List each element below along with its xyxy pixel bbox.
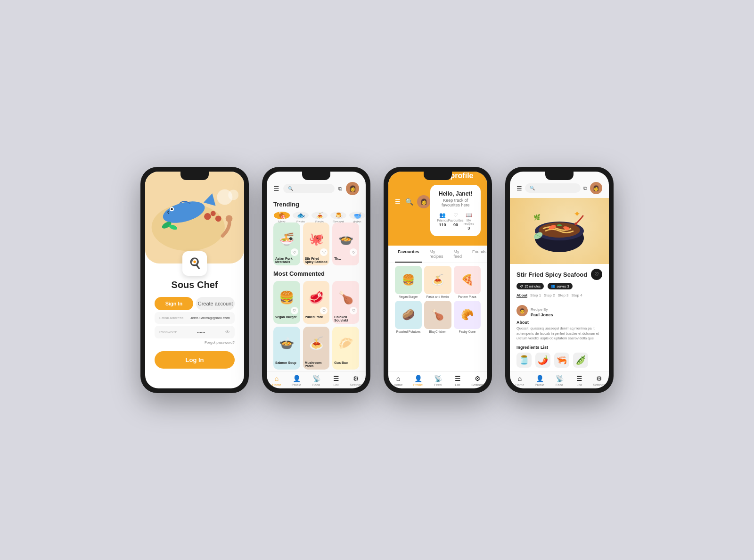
fav-paneer-pizza[interactable]: 🍕 bbox=[454, 266, 481, 294]
nav-home-2[interactable]: ⌂ Home bbox=[267, 375, 287, 387]
category-tabs: 🍖 Meat 🐟 Pasta 🍝 Pasta 🍮 Dessert 🥣 bbox=[267, 212, 366, 222]
user-avatar-3[interactable]: 👩 bbox=[417, 195, 430, 208]
notch-2 bbox=[302, 172, 330, 180]
cat-tab-dessert[interactable]: 🍮 Dessert bbox=[330, 212, 347, 219]
email-field[interactable]: Email Address: John.Smith@gmail.com bbox=[155, 312, 235, 324]
feed-icon-3: 📡 bbox=[434, 375, 442, 382]
email-label: Email Address: bbox=[159, 316, 184, 320]
tab-my-recipes[interactable]: My recipes bbox=[427, 246, 446, 263]
heart-btn-4[interactable]: ♡ bbox=[291, 307, 298, 314]
sign-in-tab[interactable]: Sign In bbox=[155, 297, 193, 310]
recipe-card-gua-bao[interactable]: 🥟 Gua Bao bbox=[332, 327, 359, 370]
recipe-title-gua-bao: Gua Bao bbox=[332, 360, 359, 366]
log-in-button[interactable]: Log In bbox=[155, 351, 235, 369]
nav-settings-3[interactable]: ⚙ Settings bbox=[467, 375, 487, 387]
cat-tab-meat[interactable]: 🍖 Meat bbox=[273, 212, 290, 219]
nav-home-label-4: Home bbox=[516, 383, 525, 387]
nav-feed-label-2: Feed bbox=[312, 383, 320, 387]
menu-icon-3[interactable]: ☰ bbox=[395, 198, 401, 205]
profile-tabs: Favourites My recipes My feed Friends bbox=[388, 246, 487, 263]
search-bar-4[interactable]: 🔍 bbox=[525, 183, 581, 193]
recipe-card-mushroom[interactable]: 🍝 Mushroom Pasta bbox=[303, 327, 330, 370]
nav-list-4[interactable]: ☰ List bbox=[569, 375, 589, 387]
nav-profile-3[interactable]: 👤 Profile bbox=[408, 375, 428, 387]
fav-bbq-chicken[interactable]: 🍗 bbox=[424, 301, 451, 329]
heart-btn-6[interactable]: ♡ bbox=[350, 307, 357, 314]
search-icon-3[interactable]: 🔍 bbox=[405, 198, 413, 206]
cat-tab-asian[interactable]: 🥣 Asian bbox=[349, 212, 366, 219]
nav-feed-2[interactable]: 📡 Feed bbox=[306, 375, 326, 387]
nav-home-4[interactable]: ⌂ Home bbox=[510, 375, 530, 387]
cat-tab-fish[interactable]: 🐟 Pasta bbox=[292, 212, 309, 219]
recipe-card-vegan-burger[interactable]: 🍔 Vegan Burger ♡ bbox=[273, 281, 300, 324]
user-avatar[interactable]: 👩 bbox=[346, 182, 359, 195]
nav-settings-2[interactable]: ⚙ Settings bbox=[346, 375, 366, 387]
step-about[interactable]: About bbox=[516, 293, 527, 298]
step-4[interactable]: Step 4 bbox=[572, 293, 582, 298]
search-icon-4: 🔍 bbox=[530, 186, 535, 190]
search-bar[interactable]: 🔍 bbox=[283, 184, 335, 193]
create-account-tab[interactable]: Create account bbox=[196, 297, 235, 310]
fav-label-3: Paneer Pizza bbox=[454, 295, 481, 298]
app-name: Sous Chef bbox=[172, 280, 218, 290]
recipe-title-vegan-burger: Vegan Burger bbox=[273, 314, 300, 321]
fav-vegan-burger[interactable]: 🍔 bbox=[395, 266, 422, 294]
nav-feed-4[interactable]: 📡 Feed bbox=[549, 375, 569, 387]
author-name: Paul Jones bbox=[531, 313, 553, 317]
recipe-card-pulled-pork[interactable]: 🥩 Pulled Pork ♡ bbox=[303, 281, 330, 324]
step-2[interactable]: Step 2 bbox=[544, 293, 555, 298]
ingredient-peas: 🫛 bbox=[573, 353, 588, 368]
show-password-icon[interactable]: 👁 bbox=[225, 329, 230, 335]
home-icon: ⌂ bbox=[275, 375, 279, 382]
favourites-section: 🍔 🍝 🍕 Vegan Burger Pasta and Herbs Panee… bbox=[388, 263, 487, 336]
recipe-title-asian-pork: Asian Pork Meatballs bbox=[273, 255, 300, 265]
nav-feed-label-4: Feed bbox=[556, 383, 563, 387]
heart-btn-3[interactable]: ♡ bbox=[350, 248, 357, 256]
ingredient-shrimp: 🦐 bbox=[554, 353, 569, 368]
nav-list-label-4: List bbox=[577, 383, 582, 387]
recipe-card-salmon[interactable]: 🍲 Salmon Soup bbox=[273, 327, 300, 370]
nav-feed-3[interactable]: 📡 Feed bbox=[428, 375, 448, 387]
feed-icon-4: 📡 bbox=[556, 375, 564, 382]
recipe-img-mushroom: 🍝 bbox=[303, 327, 330, 360]
nav-profile-4[interactable]: 👤 Profile bbox=[530, 375, 549, 387]
nav-settings-4[interactable]: ⚙ Settings bbox=[589, 375, 609, 387]
favourites-label: Favourites bbox=[448, 219, 464, 222]
seafood-illustration: ✦ 🌿 bbox=[529, 203, 590, 259]
recipe-card-seafood[interactable]: 🐙 Stir Fried Spicy Seafood ♡ bbox=[303, 222, 330, 265]
filter-icon[interactable]: ⧉ bbox=[338, 186, 342, 192]
recipe-detail: Stir Fried Spicy Seafood ♡ ⏱ 15 minutes … bbox=[510, 264, 609, 371]
filter-icon-4[interactable]: ⧉ bbox=[583, 185, 587, 191]
tab-my-feed[interactable]: My feed bbox=[451, 246, 465, 263]
menu-icon-4[interactable]: ☰ bbox=[516, 185, 522, 192]
tab-friends[interactable]: Friends bbox=[469, 246, 487, 263]
step-3[interactable]: Step 3 bbox=[557, 293, 568, 298]
user-avatar-4[interactable]: 👩 bbox=[590, 182, 602, 194]
svg-text:✦: ✦ bbox=[574, 209, 581, 219]
recipe-card-asian-pork[interactable]: 🍜 Asian Pork Meatballs ♡ bbox=[273, 222, 300, 265]
recipe-card-third[interactable]: 🍲 Th... ♡ bbox=[332, 222, 359, 265]
svg-point-23 bbox=[574, 222, 577, 225]
fav-pastry-cone[interactable]: 🥐 bbox=[454, 301, 481, 329]
svg-point-8 bbox=[215, 215, 221, 222]
password-field[interactable]: Password: •••••• 👁 bbox=[155, 326, 235, 338]
fav-pasta-herbs[interactable]: 🍝 bbox=[424, 266, 451, 294]
nav-profile-2[interactable]: 👤 Profile bbox=[287, 375, 306, 387]
menu-icon[interactable]: ☰ bbox=[273, 185, 279, 192]
nav-list-2[interactable]: ☰ List bbox=[326, 375, 346, 387]
nav-profile-label-4: Profile bbox=[535, 383, 544, 387]
forgot-password-link[interactable]: Forgot password? bbox=[205, 340, 235, 345]
nav-list-3[interactable]: ☰ List bbox=[448, 375, 467, 387]
profile-greeting: Hello, Janet! bbox=[437, 190, 474, 197]
nav-home-3[interactable]: ⌂ Home bbox=[388, 375, 408, 387]
tab-favourites[interactable]: Favourites bbox=[395, 246, 422, 263]
cat-tab-pasta[interactable]: 🍝 Pasta bbox=[311, 212, 328, 219]
password-label: Password: bbox=[159, 330, 177, 334]
most-commented-title: Most Commented bbox=[267, 268, 366, 281]
heart-btn-1[interactable]: ♡ bbox=[291, 248, 298, 256]
favourite-heart-btn[interactable]: ♡ bbox=[591, 269, 602, 280]
recipe-card-souvlaki[interactable]: 🍗 Chicken Souvlaki ♡ bbox=[332, 281, 359, 324]
profile-card: Hello, Janet! Keep track of favourites h… bbox=[430, 185, 481, 236]
fav-roasted-potatoes[interactable]: 🥔 bbox=[395, 301, 422, 329]
step-1[interactable]: Step 1 bbox=[530, 293, 541, 298]
